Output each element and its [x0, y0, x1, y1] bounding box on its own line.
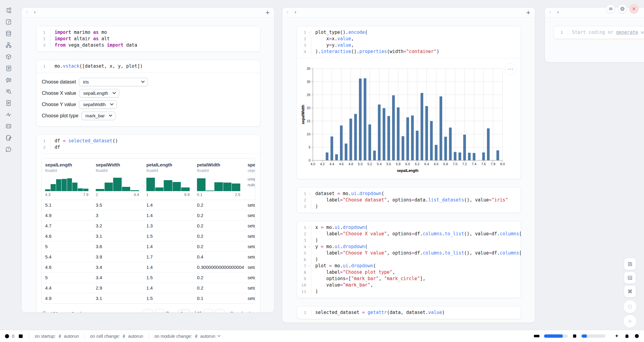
code-line[interactable]: 1⌄plot_type().encode(: [297, 29, 521, 36]
sidebar-item-tracing[interactable]: [5, 111, 12, 118]
sidebar-item-functions[interactable]: f: [5, 18, 12, 26]
settings-button[interactable]: [618, 4, 627, 13]
code-line[interactable]: 4).interactive().properties(width="conta…: [297, 48, 521, 55]
table-row[interactable]: 4.63.11.50.2setosa: [41, 231, 255, 241]
column-header-petalLength[interactable]: petalLength float64: [143, 159, 193, 191]
page-select[interactable]: 1: [178, 310, 190, 313]
shutdown-button[interactable]: [629, 4, 639, 13]
code-line[interactable]: 1import marimo as mo: [36, 29, 260, 36]
cell-empty[interactable]: 1 Start coding or generate with AI: [553, 26, 644, 39]
code-line[interactable]: 1⌄dataset = mo.ui.dropdown(: [297, 191, 521, 197]
cpu-usage-meter[interactable]: [581, 334, 605, 338]
y-value-select[interactable]: sepalWidth: [79, 100, 116, 109]
add-column-icon[interactable]: +: [265, 9, 270, 16]
code-line[interactable]: 2df: [36, 144, 260, 151]
column-header-sepalLength[interactable]: sepalLength float64: [41, 159, 92, 191]
sidebar-item-datasources[interactable]: [5, 30, 12, 37]
cell-imports[interactable]: 1import marimo as mo2import altair as al…: [36, 26, 260, 52]
menu-button[interactable]: [606, 4, 615, 13]
cell-plot[interactable]: 1⌄plot_type().encode(2 x=x.value,3 y=y.v…: [297, 26, 521, 179]
code-line[interactable]: 1mo.vstack([dataset, x, y, plot]): [36, 63, 260, 69]
table-row[interactable]: 53.61.40.2setosa: [41, 241, 255, 252]
download-button[interactable]: Download: [231, 311, 255, 313]
code-line[interactable]: 2 x=x.value,: [297, 36, 521, 42]
code-line[interactable]: 10 value="mark_bar",: [297, 282, 521, 288]
add-column-icon[interactable]: +: [526, 9, 531, 16]
table-row[interactable]: 4.931.40.2setosa: [41, 210, 255, 221]
on-startup-setting[interactable]: on startup: autorun: [35, 334, 79, 339]
sidebar-item-logs[interactable]: [5, 65, 12, 72]
code-line[interactable]: 4⌄y = mo.ui.dropdown(: [297, 244, 521, 250]
code-line[interactable]: 3): [297, 203, 521, 210]
table-row[interactable]: 5.13.51.40.2setosa: [41, 200, 255, 210]
code-line[interactable]: 2import altair as alt: [36, 36, 260, 42]
last-page-button[interactable]: »: [215, 309, 224, 313]
save-button[interactable]: [624, 258, 636, 270]
cell-dataframe[interactable]: 1df = selected_dataset()2df sepalLength …: [36, 134, 260, 313]
fold-chevron-icon[interactable]: ⌄: [309, 262, 310, 269]
generate-with-ai-link[interactable]: generate: [616, 30, 638, 35]
next-page-button[interactable]: ›: [204, 309, 213, 313]
x-value-select[interactable]: sepalLength: [79, 89, 119, 98]
error-count-indicator[interactable]: 0: [4, 333, 14, 339]
on-cell-change-setting[interactable]: on cell change: autorun: [90, 334, 143, 339]
code-line[interactable]: 1selected_dataset = getattr(data, datase…: [297, 309, 521, 316]
column-collapse-left-icon[interactable]: ‹: [549, 10, 551, 15]
fold-chevron-icon[interactable]: ⌄: [309, 29, 310, 35]
code-line[interactable]: 6): [297, 256, 521, 263]
dataset-select[interactable]: iris: [79, 78, 148, 86]
plot-type-select[interactable]: mark_bar: [81, 112, 116, 120]
column-expand-right-icon[interactable]: ›: [295, 10, 296, 15]
code-line[interactable]: 9 options=["mark_bar", "mark_circle"],: [297, 276, 521, 282]
cell-xy-plot-dropdowns[interactable]: 1⌄x = mo.ui.dropdown(2 label="Choose X v…: [297, 221, 521, 298]
ram-usage-meter[interactable]: [544, 334, 568, 338]
code-line[interactable]: 8 label="Choose plot type",: [297, 269, 521, 276]
layout-toggle-button[interactable]: [624, 272, 636, 284]
first-page-button[interactable]: «: [144, 309, 153, 313]
table-row[interactable]: 4.63.41.40.30000000000000004setosa: [41, 262, 255, 273]
prev-page-button[interactable]: ‹: [155, 309, 164, 313]
column-header-sepalWidth[interactable]: sepalWidth float64: [92, 159, 143, 191]
sidebar-item-packages[interactable]: [5, 53, 12, 60]
sidebar-item-chat[interactable]: [5, 76, 12, 84]
fold-chevron-icon[interactable]: ⌄: [309, 190, 310, 196]
code-line[interactable]: 5 label="Choose Y value", options=df.col…: [297, 250, 521, 256]
code-line[interactable]: 2 label="Choose X value", options=df.col…: [297, 231, 521, 237]
sidebar-item-scratchpad[interactable]: [5, 134, 12, 141]
chart-actions-button[interactable]: [504, 63, 517, 75]
cell-dataset-dropdown[interactable]: 1⌄dataset = mo.ui.dropdown(2 label="Choo…: [297, 187, 521, 213]
on-module-change-setting[interactable]: on module change: autorun: [155, 334, 221, 339]
chat-robot-icon[interactable]: [624, 333, 630, 339]
sidebar-item-find[interactable]: [5, 88, 12, 95]
sidebar-item-files[interactable]: [5, 7, 12, 14]
table-row[interactable]: 4.42.91.40.2setosa: [41, 283, 255, 293]
column-expand-right-icon[interactable]: ›: [34, 10, 36, 15]
sparkles-ai-icon[interactable]: [614, 333, 620, 339]
code-line[interactable]: 3): [297, 237, 521, 244]
search-icon[interactable]: [42, 311, 47, 313]
sidebar-item-dependencies[interactable]: [5, 41, 12, 49]
cell-vstack[interactable]: 1mo.vstack([dataset, x, y, plot]) Choose…: [36, 60, 260, 126]
fold-chevron-icon[interactable]: ⌄: [309, 243, 310, 249]
column-header-species[interactable]: species object unique nulls:: [244, 159, 255, 191]
column-expand-right-icon[interactable]: ›: [557, 10, 559, 15]
cell-selected-dataset[interactable]: 1selected_dataset = getattr(data, datase…: [297, 306, 521, 319]
fold-chevron-icon[interactable]: ⌄: [309, 224, 310, 230]
sidebar-item-help[interactable]: ?: [5, 146, 12, 153]
code-line[interactable]: 11): [297, 288, 521, 295]
code-line[interactable]: 1⌄x = mo.ui.dropdown(: [297, 224, 521, 231]
code-line[interactable]: 7⌄plot = mo.ui.dropdown(: [297, 263, 521, 269]
column-collapse-left-icon[interactable]: ‹: [287, 10, 288, 15]
terminal-button[interactable]: [18, 333, 23, 339]
bar-chart[interactable]: 051015202530354.04.24.44.64.85.05.25.45.…: [301, 65, 521, 175]
code-line[interactable]: 1df = selected_dataset(): [36, 138, 260, 144]
table-row[interactable]: 53.41.50.2setosa: [41, 273, 255, 283]
column-collapse-left-icon[interactable]: ‹: [26, 10, 28, 15]
column-header-petalWidth[interactable]: petalWidth float64: [193, 159, 244, 191]
code-line[interactable]: 3 y=y.value,: [297, 42, 521, 48]
stop-button[interactable]: [623, 300, 637, 313]
table-row[interactable]: 4.93.11.50.1setosa: [41, 293, 255, 303]
code-line[interactable]: 2 label="Choose dataset", options=data.l…: [297, 197, 521, 203]
keyboard-shortcuts-button[interactable]: ⌘: [624, 285, 636, 297]
run-button[interactable]: [623, 315, 637, 328]
